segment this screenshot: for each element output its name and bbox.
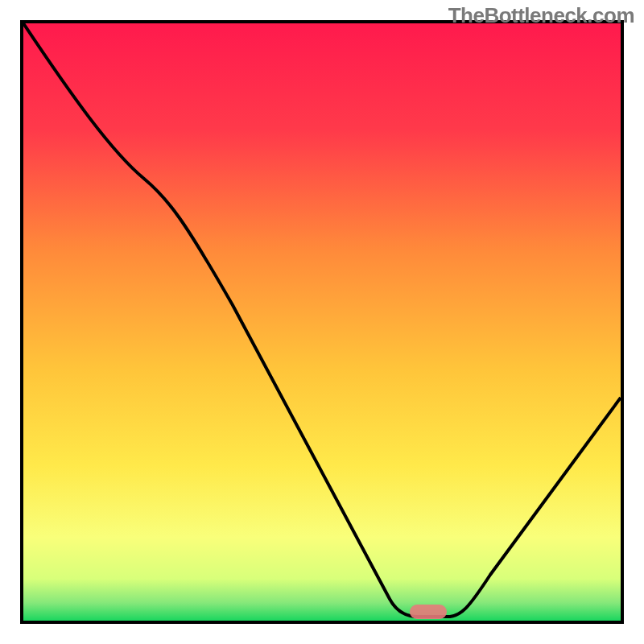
plot-area: [20, 20, 624, 624]
chart-container: TheBottleneck.com: [0, 0, 644, 644]
optimal-marker: [410, 605, 447, 619]
curve-path: [23, 23, 621, 617]
watermark-text: TheBottleneck.com: [448, 3, 634, 28]
bottleneck-curve: [23, 23, 621, 621]
